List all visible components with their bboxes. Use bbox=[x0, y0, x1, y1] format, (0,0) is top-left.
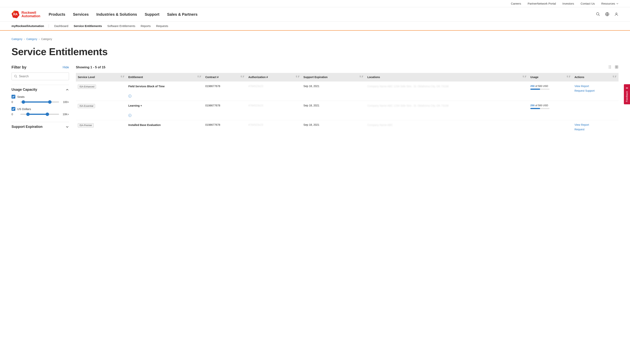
main-nav: RA Rockwell Automation Products Services… bbox=[0, 7, 630, 22]
cell-expiration: Sep 18, 2021 bbox=[302, 120, 366, 136]
info-icon[interactable]: i bbox=[128, 95, 132, 98]
cell-expiration: Sep 18, 2021 bbox=[302, 82, 366, 101]
filter-section-expiration-title: Support Expiration bbox=[12, 125, 42, 129]
slider-seats-thumb-max[interactable] bbox=[48, 100, 52, 104]
service-level-badge: ISA-Essential bbox=[78, 104, 95, 108]
th-contract[interactable]: Contract # bbox=[203, 73, 246, 82]
slider-usd-thumb-max[interactable] bbox=[46, 113, 49, 116]
filter-search-input[interactable] bbox=[19, 75, 66, 78]
view-grid-icon[interactable] bbox=[615, 65, 618, 69]
utility-partner-network[interactable]: PartnerNetwork Portal bbox=[528, 2, 556, 5]
search-icon[interactable] bbox=[596, 12, 600, 17]
service-level-badge: ISA-Enhanced bbox=[78, 85, 96, 89]
sub-nav-software-entitlements[interactable]: Software Entitlements bbox=[107, 24, 135, 27]
filter-heading: Filter by bbox=[12, 65, 26, 69]
usage-bar bbox=[530, 89, 550, 90]
feedback-label: Feedback bbox=[626, 91, 628, 102]
sub-nav-requests[interactable]: Requests bbox=[156, 24, 168, 27]
feedback-tab[interactable]: Feedback bbox=[624, 84, 630, 104]
globe-icon[interactable] bbox=[605, 12, 609, 17]
slider-usd-track[interactable] bbox=[20, 114, 59, 115]
main-nav-links: Products Services Industries & Solutions… bbox=[49, 12, 198, 17]
breadcrumb-sep-icon: › bbox=[39, 37, 40, 41]
slider-seats-min: 0 bbox=[12, 100, 18, 104]
cell-authorization: #784523x23 bbox=[248, 123, 263, 126]
search-icon bbox=[14, 75, 18, 78]
breadcrumb-1[interactable]: Category bbox=[12, 37, 22, 41]
action-view-report[interactable]: View Report bbox=[574, 85, 616, 88]
action-view-report[interactable]: View Report bbox=[574, 123, 616, 126]
svg-point-3 bbox=[14, 75, 16, 77]
svg-point-8 bbox=[626, 88, 627, 89]
view-list-icon[interactable] bbox=[608, 65, 612, 69]
checkbox-seats[interactable] bbox=[12, 95, 15, 99]
table-row: ISA-Essential Learning + i 0198677678 #7… bbox=[76, 101, 618, 120]
th-usage[interactable]: Usage bbox=[528, 73, 572, 82]
slider-seats-track[interactable] bbox=[20, 101, 59, 103]
results-count: Showing 1 - 5 of 15 bbox=[76, 65, 106, 69]
nav-industries-solutions[interactable]: Industries & Solutions bbox=[96, 12, 137, 17]
checkbox-usd-row[interactable]: US Dollars bbox=[12, 107, 69, 111]
logo-text: Rockwell Automation bbox=[22, 11, 40, 18]
cell-contract: 0198677678 bbox=[203, 82, 246, 101]
utility-resources-label: Resources bbox=[601, 2, 615, 5]
action-request-support[interactable]: Request bbox=[574, 128, 616, 131]
cell-expiration: Sep 18, 2021 bbox=[302, 101, 366, 120]
slider-usd-thumb-min[interactable] bbox=[26, 113, 30, 116]
usage-text: 250 of 500 USD bbox=[530, 85, 570, 87]
checkbox-seats-row[interactable]: Seats bbox=[12, 95, 69, 99]
filter-search-box[interactable] bbox=[12, 73, 69, 80]
breadcrumb: Category › Category › Category bbox=[12, 37, 618, 41]
nav-products[interactable]: Products bbox=[49, 12, 65, 17]
filter-hide-link[interactable]: Hide bbox=[63, 66, 69, 69]
sub-nav-dashboard[interactable]: Dashboard bbox=[54, 24, 68, 27]
filter-section-support-expiration: Support Expiration bbox=[12, 122, 69, 132]
action-request-support[interactable]: Request Support bbox=[574, 89, 616, 92]
chevron-down-icon bbox=[66, 125, 69, 129]
entitlement-name: Field Services Block of Time bbox=[128, 85, 202, 88]
svg-point-2 bbox=[616, 13, 617, 14]
svg-rect-5 bbox=[617, 66, 618, 67]
sub-nav-wrapper: myRockwellAutomation Dashboard Service E… bbox=[0, 22, 630, 31]
utility-contact-us[interactable]: Contact Us bbox=[580, 2, 595, 5]
breadcrumb-sep-icon: › bbox=[24, 37, 25, 41]
entitlement-name: Learning + bbox=[128, 104, 202, 107]
breadcrumb-2[interactable]: Category bbox=[26, 37, 37, 41]
th-service-level[interactable]: Service Level bbox=[76, 73, 126, 82]
feedback-icon bbox=[626, 86, 628, 90]
slider-seats-thumb-min[interactable] bbox=[22, 100, 25, 104]
utility-careers[interactable]: Careers bbox=[511, 2, 521, 5]
info-icon[interactable]: i bbox=[128, 114, 132, 117]
filter-section-expiration-head[interactable]: Support Expiration bbox=[12, 125, 69, 129]
utility-nav: Careers PartnerNetwork Portal Investors … bbox=[0, 0, 630, 7]
utility-investors[interactable]: Investors bbox=[562, 2, 574, 5]
th-locations[interactable]: Locations bbox=[366, 73, 528, 82]
th-entitlement[interactable]: Entitlement bbox=[126, 73, 204, 82]
view-toggle bbox=[608, 65, 618, 69]
th-expiration[interactable]: Support Expiration bbox=[302, 73, 366, 82]
th-authorization[interactable]: Authorization # bbox=[246, 73, 302, 82]
checkbox-usd[interactable] bbox=[12, 107, 15, 111]
cell-authorization: #784523x23 bbox=[248, 85, 263, 88]
chevron-up-icon bbox=[66, 88, 69, 91]
sub-nav-reports[interactable]: Reports bbox=[141, 24, 151, 27]
user-icon[interactable] bbox=[614, 12, 618, 17]
slider-usd[interactable]: 0 10K+ bbox=[12, 113, 69, 116]
filter-section-usage-head[interactable]: Usage Capacity bbox=[12, 88, 69, 92]
utility-resources[interactable]: Resources bbox=[601, 2, 618, 5]
th-actions[interactable]: Actions bbox=[572, 73, 618, 82]
nav-support[interactable]: Support bbox=[145, 12, 160, 17]
cell-contract: 0198677678 bbox=[203, 120, 246, 136]
table-row: ISA-Enhanced Field Services Block of Tim… bbox=[76, 82, 618, 101]
checkbox-usd-label: US Dollars bbox=[17, 107, 31, 111]
logo[interactable]: RA Rockwell Automation bbox=[12, 10, 40, 18]
nav-sales-partners[interactable]: Sales & Partners bbox=[167, 12, 198, 17]
sub-nav: myRockwellAutomation Dashboard Service E… bbox=[0, 22, 630, 30]
nav-services[interactable]: Services bbox=[73, 12, 89, 17]
slider-seats[interactable]: 0 100+ bbox=[12, 100, 69, 104]
logo-mark-icon: RA bbox=[11, 10, 20, 19]
cell-location: Company Name ABC 1234 Side Stre.. St. Ok… bbox=[367, 85, 526, 88]
sub-nav-service-entitlements[interactable]: Service Entitlements bbox=[74, 24, 102, 27]
filter-section-usage-title: Usage Capacity bbox=[12, 88, 37, 92]
svg-rect-4 bbox=[615, 66, 616, 67]
